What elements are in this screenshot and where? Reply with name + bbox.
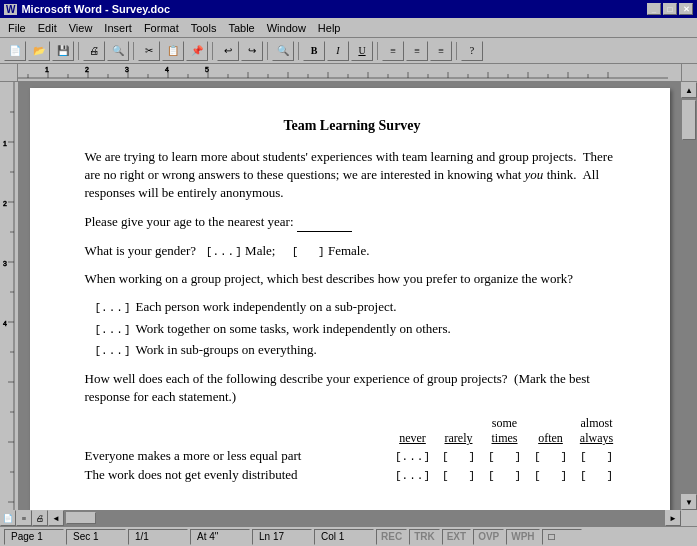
col-always-bottom: always [574, 431, 620, 446]
align-right-button[interactable]: ≡ [430, 41, 452, 61]
menu-tools[interactable]: Tools [185, 20, 223, 36]
col-header-always: almost always [574, 416, 620, 446]
svg-text:3: 3 [3, 260, 7, 267]
h-scroll-corner [681, 510, 697, 526]
status-bar: Page 1 Sec 1 1/1 At 4" Ln 17 Col 1 REC T… [0, 526, 697, 546]
menu-table[interactable]: Table [222, 20, 260, 36]
scroll-thumb-h[interactable] [66, 512, 96, 524]
outline-view-button[interactable]: ≡ [16, 510, 32, 526]
status-wph: WPH [506, 529, 539, 545]
title-bar-buttons: _ □ ✕ [647, 3, 693, 15]
status-ext: EXT [442, 529, 471, 545]
svg-text:1: 1 [45, 66, 49, 73]
vertical-scrollbar: ▲ ▼ [681, 82, 697, 510]
svg-text:1: 1 [3, 140, 7, 147]
italic-button[interactable]: I [327, 41, 349, 61]
gender-question-text: What is your gender? [85, 243, 203, 258]
svg-text:5: 5 [205, 66, 209, 73]
rating-row-1-label: Everyone makes a more or less equal part [85, 448, 390, 464]
option-2: [...] Work together on some tasks, work … [95, 320, 620, 338]
separator-4 [267, 42, 268, 60]
col-rarely-bottom: rarely [436, 431, 482, 446]
underline-button[interactable]: U [351, 41, 373, 61]
scroll-right-button[interactable]: ► [665, 510, 681, 526]
menu-help[interactable]: Help [312, 20, 347, 36]
menu-format[interactable]: Format [138, 20, 185, 36]
title-bar: W Microsoft Word - Survey.doc _ □ ✕ [0, 0, 697, 18]
menu-file[interactable]: File [2, 20, 32, 36]
menu-edit[interactable]: Edit [32, 20, 63, 36]
ruler-area: 1 2 3 4 5 [0, 64, 697, 82]
scroll-track-h[interactable] [64, 510, 665, 526]
normal-view-button[interactable]: 📄 [0, 510, 16, 526]
help-button[interactable]: ? [461, 41, 483, 61]
rating-intro: How well does each of the following desc… [85, 370, 620, 406]
option-3-bracket: [...] [95, 344, 131, 359]
status-col: Col 1 [314, 529, 374, 545]
scroll-track-v[interactable] [681, 98, 697, 494]
rating-row-2-boxes: [...] [ ] [ ] [ ] [ ] [390, 467, 620, 483]
save-button[interactable]: 💾 [52, 41, 74, 61]
rating-row-2-box-sometimes: [ ] [482, 467, 528, 483]
paste-button[interactable]: 📌 [186, 41, 208, 61]
close-button[interactable]: ✕ [679, 3, 693, 15]
gender-male-bracket: [...] [206, 245, 242, 260]
align-center-button[interactable]: ≡ [406, 41, 428, 61]
option-1-text: Each person work independently on a sub-… [136, 298, 397, 316]
scroll-left-button[interactable]: ◄ [48, 510, 64, 526]
rating-table: never rarely some times [85, 416, 620, 483]
bottom-area: 📄 ≡ 🖨 ◄ ► Page 1 Sec 1 1/1 At 4" Ln 17 C… [0, 510, 697, 546]
svg-text:4: 4 [3, 320, 7, 327]
rating-row-1-box-sometimes: [ ] [482, 448, 528, 464]
redo-button[interactable]: ↪ [241, 41, 263, 61]
gender-female-bracket: [ ] [292, 245, 325, 260]
separator-6 [377, 42, 378, 60]
horizontal-ruler: 1 2 3 4 5 [18, 64, 681, 82]
status-trk: TRK [409, 529, 440, 545]
print-button[interactable]: 🖨 [83, 41, 105, 61]
rating-row-2-box-never: [...] [390, 467, 436, 483]
rating-row-1-box-rarely: [ ] [436, 448, 482, 464]
minimize-button[interactable]: _ [647, 3, 661, 15]
col-header-often: often [528, 416, 574, 446]
organize-question: When working on a group project, which b… [85, 270, 620, 288]
scroll-thumb-v[interactable] [682, 100, 696, 140]
bold-button[interactable]: B [303, 41, 325, 61]
copy-button[interactable]: 📋 [162, 41, 184, 61]
ruler-scrollbar-corner [681, 64, 697, 82]
status-at: At 4" [190, 529, 250, 545]
rating-row-1-box-never: [...] [390, 448, 436, 464]
gender-male-label: Male; [ ] [245, 243, 328, 258]
left-ruler: 1 2 3 4 [0, 82, 18, 510]
print-view-button[interactable]: 🖨 [32, 510, 48, 526]
cut-button[interactable]: ✂ [138, 41, 160, 61]
status-sec: Sec 1 [66, 529, 126, 545]
align-left-button[interactable]: ≡ [382, 41, 404, 61]
preview-button[interactable]: 🔍 [107, 41, 129, 61]
intro-paragraph: We are trying to learn more about studen… [85, 148, 620, 203]
new-button[interactable]: 📄 [4, 41, 26, 61]
open-button[interactable]: 📂 [28, 41, 50, 61]
svg-text:3: 3 [125, 66, 129, 73]
col-never-bottom: never [390, 431, 436, 446]
separator-5 [298, 42, 299, 60]
option-3: [...] Work in sub-groups on everything. [95, 341, 620, 359]
find-button[interactable]: 🔍 [272, 41, 294, 61]
scroll-down-button[interactable]: ▼ [681, 494, 697, 510]
option-1: [...] Each person work independently on … [95, 298, 620, 316]
status-ln: Ln 17 [252, 529, 312, 545]
status-extra: □ [542, 529, 582, 545]
rating-row-1-boxes: [...] [ ] [ ] [ ] [ ] [390, 448, 620, 464]
undo-button[interactable]: ↩ [217, 41, 239, 61]
rating-headers: never rarely some times [390, 416, 620, 446]
col-header-never: never [390, 416, 436, 446]
svg-text:2: 2 [3, 200, 7, 207]
maximize-button[interactable]: □ [663, 3, 677, 15]
scroll-up-button[interactable]: ▲ [681, 82, 697, 98]
menu-view[interactable]: View [63, 20, 99, 36]
status-pageof: 1/1 [128, 529, 188, 545]
rating-row-2-label: The work does not get evenly distributed [85, 467, 390, 483]
menu-insert[interactable]: Insert [98, 20, 138, 36]
svg-rect-0 [18, 64, 681, 82]
menu-window[interactable]: Window [261, 20, 312, 36]
